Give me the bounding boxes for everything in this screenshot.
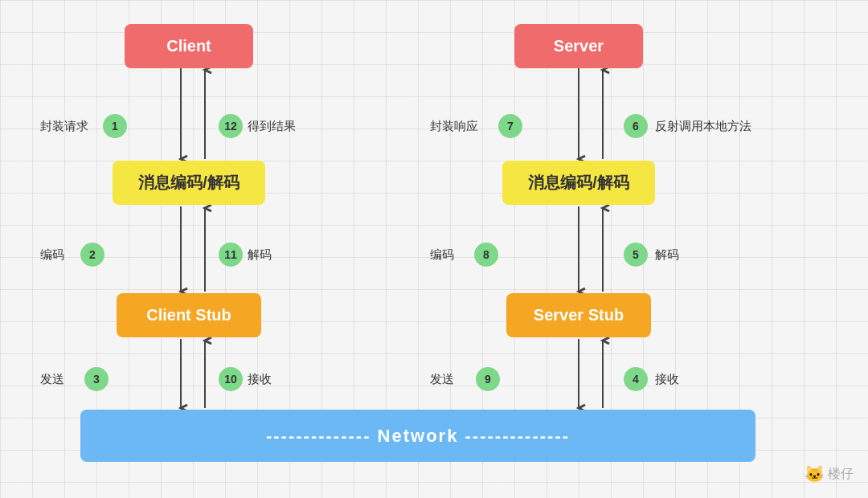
server-label: Server — [554, 37, 604, 55]
circle-12: 12 — [219, 114, 243, 138]
label-3-text: 发送 — [40, 372, 64, 387]
client-stub-label: Client Stub — [146, 306, 231, 325]
label-4-text: 接收 — [655, 372, 679, 387]
watermark-text: 楼仔 — [828, 466, 854, 483]
codec-left-box: 消息编码/解码 — [113, 161, 265, 205]
circle-5: 5 — [624, 243, 648, 267]
codec-right-label: 消息编码/解码 — [528, 172, 629, 194]
circle-11: 11 — [219, 243, 243, 267]
server-box: Server — [514, 24, 643, 68]
watermark-icon: 🐱 — [805, 464, 825, 484]
circle-1: 1 — [103, 114, 127, 138]
label-6-text: 反射调用本地方法 — [655, 119, 751, 134]
label-2-text: 编码 — [40, 247, 64, 263]
circle-9: 9 — [476, 367, 500, 391]
server-stub-label: Server Stub — [534, 306, 624, 325]
watermark: 🐱 楼仔 — [805, 464, 854, 484]
label-7-text: 封装响应 — [430, 119, 478, 134]
label-10-text: 接收 — [248, 372, 272, 387]
diagram-container: Client Server 消息编码/解码 消息编码/解码 Client Stu… — [0, 0, 868, 498]
circle-7: 7 — [498, 114, 522, 138]
client-box: Client — [125, 24, 253, 68]
circle-4: 4 — [624, 367, 648, 391]
network-label: -------------- Network -------------- — [266, 426, 570, 447]
client-label: Client — [166, 37, 211, 55]
codec-left-label: 消息编码/解码 — [138, 172, 240, 194]
server-stub-box: Server Stub — [506, 293, 651, 337]
label-11-text: 解码 — [248, 247, 272, 263]
label-1-text: 封装请求 — [40, 119, 88, 134]
codec-right-box: 消息编码/解码 — [502, 161, 655, 205]
client-stub-box: Client Stub — [117, 293, 261, 337]
label-8-text: 编码 — [430, 247, 454, 263]
label-12-text: 得到结果 — [248, 119, 296, 134]
label-5-text: 解码 — [655, 247, 679, 263]
circle-10: 10 — [219, 367, 243, 391]
network-box: -------------- Network -------------- — [80, 410, 755, 462]
circle-6: 6 — [624, 114, 648, 138]
circle-2: 2 — [80, 243, 104, 267]
circle-8: 8 — [474, 243, 498, 267]
circle-3: 3 — [84, 367, 108, 391]
label-9-text: 发送 — [430, 372, 454, 387]
